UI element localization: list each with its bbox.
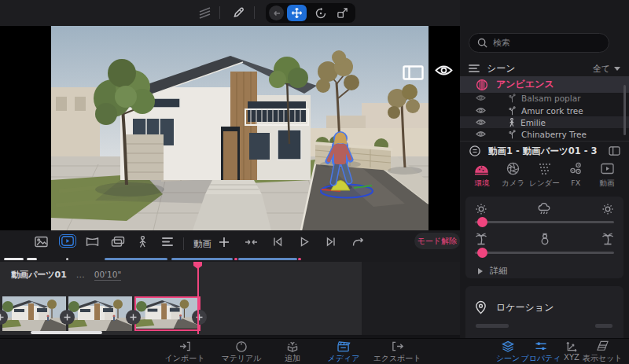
scale-tool-button[interactable]	[333, 3, 351, 23]
viewport-visibility-eye-icon[interactable]	[435, 64, 453, 77]
bottom-button-label: インポート	[165, 353, 205, 364]
tab-render[interactable]: レンダー	[529, 162, 561, 192]
plus-icon	[0, 314, 4, 321]
split-view-icon[interactable]	[403, 65, 424, 80]
scene-list-scrollbar[interactable]	[623, 85, 626, 135]
move-tool-button[interactable]	[287, 5, 307, 21]
dropdown-arrow-icon	[614, 67, 620, 71]
clip-thumbnail-2[interactable]	[68, 296, 132, 331]
insert-clip-button[interactable]	[126, 310, 141, 325]
scene-item-emilie[interactable]: Emilie	[460, 116, 629, 128]
export-button[interactable]: エクスポート	[372, 340, 422, 364]
add-media-icon[interactable]	[219, 237, 230, 248]
visibility-eye-icon[interactable]	[476, 94, 486, 101]
tree-icon	[508, 94, 517, 103]
right-panel: シーン 全て アンビエンス Balsam poplar Amur cork tr…	[460, 0, 629, 364]
clip-name[interactable]: 動画パーツ01	[11, 269, 67, 281]
overview-marker	[4, 258, 24, 260]
visibility-eye-icon[interactable]	[476, 119, 486, 126]
clip-thumbnail-image	[68, 296, 132, 331]
panel-split-icon[interactable]	[609, 146, 620, 156]
sun-icon	[601, 203, 614, 215]
ambience-icon	[476, 79, 488, 91]
scene-item-amur-cork-tree[interactable]: Amur cork tree	[460, 105, 629, 116]
properties-sliders-icon	[535, 340, 547, 352]
play-icon[interactable]	[300, 237, 309, 247]
media-divider	[183, 237, 184, 250]
clip-duration-field[interactable]: 00'10"	[94, 270, 121, 281]
loop-arrow-icon[interactable]	[352, 237, 365, 247]
add-object-button[interactable]: 追加	[267, 340, 318, 364]
overview-marker	[27, 258, 37, 260]
plus-icon	[130, 314, 137, 321]
search-box[interactable]	[469, 33, 609, 53]
render-dots-icon	[537, 162, 552, 175]
timeline-clip-header: 動画パーツ01 … 00'10"	[11, 269, 121, 281]
section-divider	[460, 141, 629, 142]
weather-slider-knob[interactable]	[477, 217, 487, 227]
photo-media-icon[interactable]	[35, 236, 48, 248]
import-button[interactable]: インポート	[160, 340, 210, 364]
person-icon	[508, 118, 516, 127]
scene-item-label: Chinaberry Tree	[521, 130, 587, 139]
rotate-tool-button[interactable]	[311, 3, 330, 23]
ambience-row[interactable]: アンビエンス	[460, 76, 629, 93]
clip-3-end-marker	[298, 258, 301, 260]
season-slider[interactable]	[475, 252, 614, 254]
clip-3-start-marker	[234, 258, 237, 260]
insert-clip-button[interactable]	[60, 310, 75, 325]
overview-marker	[66, 258, 68, 260]
video-tab-icon	[600, 162, 615, 175]
trim-collapse-icon[interactable]	[245, 237, 258, 247]
skip-start-icon[interactable]	[273, 237, 282, 247]
timeline-playhead[interactable]	[197, 262, 199, 334]
location-header[interactable]: ロケーション	[475, 300, 554, 314]
insert-clip-button[interactable]	[192, 310, 207, 325]
timeline-horizontal-scrollbar[interactable]	[31, 331, 102, 334]
undo-button[interactable]	[269, 6, 284, 20]
details-expander[interactable]: 詳細	[478, 265, 507, 277]
properties-header: 動画1 - 動画パーツ01 - 3	[469, 144, 620, 158]
clip-bar-3[interactable]	[238, 258, 297, 260]
weather-slider[interactable]	[475, 221, 614, 223]
tab-camera[interactable]: カメラ	[498, 162, 529, 192]
presentation-walk-icon[interactable]	[138, 236, 148, 248]
scene-item-chinaberry-tree[interactable]: Chinaberry Tree	[460, 128, 629, 140]
scene-filter-dropdown[interactable]: 全て	[593, 63, 620, 75]
timeline-empty-area[interactable]	[362, 262, 460, 335]
clip-bar-2[interactable]	[171, 258, 233, 260]
clip-thumbnail-3-selected[interactable]	[134, 296, 200, 331]
media-button-active[interactable]: メディア	[318, 340, 369, 364]
eyedropper-icon[interactable]	[232, 6, 245, 19]
material-button[interactable]: マテリアル	[216, 340, 267, 364]
viewport-render[interactable]	[51, 26, 429, 230]
phasing-media-icon[interactable]	[111, 236, 125, 248]
clip-more-menu[interactable]: …	[76, 270, 85, 280]
tab-label: FX	[571, 178, 580, 187]
clip-thumbnail-1[interactable]	[2, 296, 66, 331]
display-set-panel-button[interactable]: 表示セット	[577, 340, 627, 364]
tab-video[interactable]: 動画	[591, 162, 623, 192]
skip-end-icon[interactable]	[326, 237, 336, 247]
visibility-eye-icon[interactable]	[476, 131, 486, 138]
scene-list-icon[interactable]	[469, 64, 480, 73]
tracks-list-icon[interactable]	[161, 236, 174, 248]
display-set-stack-icon	[596, 340, 609, 352]
rain-cloud-icon	[538, 203, 551, 215]
mode-release-button[interactable]: モード解除	[414, 233, 460, 249]
tab-fx[interactable]: FX	[560, 162, 591, 192]
viewport[interactable]	[0, 26, 460, 230]
video-play-glyph	[61, 236, 74, 246]
scene-title: シーン	[487, 62, 516, 75]
clip-bar-1[interactable]	[105, 258, 167, 260]
tab-label: レンダー	[529, 178, 560, 189]
scene-item-balsam-poplar[interactable]: Balsam poplar	[460, 92, 629, 104]
search-input[interactable]	[493, 38, 587, 48]
video-media-icon[interactable]	[59, 234, 76, 248]
add-object-box-icon	[285, 340, 300, 352]
visibility-eye-icon[interactable]	[476, 107, 486, 114]
tab-environment[interactable]: 環境	[466, 162, 498, 192]
panorama-media-icon[interactable]	[86, 236, 99, 248]
wave-lines-icon[interactable]	[198, 7, 212, 19]
season-slider-knob[interactable]	[477, 248, 487, 258]
